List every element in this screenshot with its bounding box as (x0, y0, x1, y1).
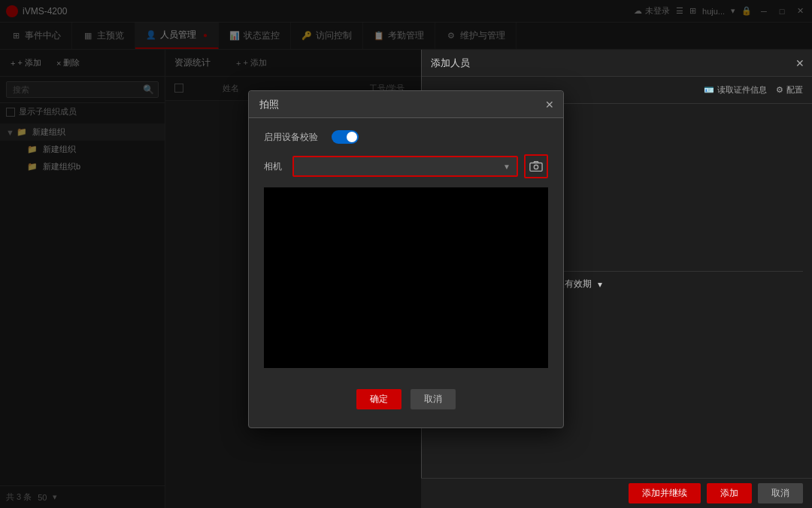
camera-icon (529, 160, 543, 173)
capture-button[interactable] (524, 154, 548, 178)
photo-dialog-title: 拍照 (259, 98, 279, 111)
extend-dropdown-icon[interactable]: ▾ (598, 279, 602, 290)
config-button[interactable]: ⚙ 配置 (776, 84, 803, 96)
gear-icon: ⚙ (776, 85, 783, 95)
camera-label: 相机 (264, 160, 286, 173)
enable-calibration-label: 启用设备校验 (264, 131, 324, 144)
camera-select-row: 相机 ▼ (264, 154, 548, 178)
add-person-dialog-title: 添加人员 (431, 56, 470, 70)
photo-dialog-close-button[interactable]: ✕ (545, 99, 554, 111)
svg-rect-0 (530, 163, 542, 172)
video-preview-area (264, 187, 548, 368)
camera-select-dropdown[interactable]: ▼ (292, 156, 518, 177)
photo-dialog-footer: 确定 取消 (264, 380, 548, 415)
add-continue-button[interactable]: 添加并继续 (629, 483, 701, 503)
calibration-toggle[interactable] (332, 130, 359, 144)
add-person-dialog-header: 添加人员 ✕ (422, 50, 812, 77)
photo-dialog-header: 拍照 ✕ (249, 91, 563, 118)
camera-dropdown-arrow-icon: ▼ (503, 163, 511, 171)
add-person-dialog-close-button[interactable]: ✕ (795, 57, 804, 69)
photo-cancel-button[interactable]: 取消 (411, 389, 456, 409)
toggle-knob (347, 132, 357, 142)
add-button[interactable]: 添加 (707, 483, 752, 503)
photo-dialog-body: 启用设备校验 相机 ▼ 确定 取消 (249, 118, 563, 427)
enable-calibration-row: 启用设备校验 (264, 130, 548, 144)
photo-confirm-button[interactable]: 确定 (356, 389, 401, 409)
cert-icon: 🪪 (704, 85, 714, 95)
cancel-button[interactable]: 取消 (758, 483, 803, 503)
photo-dialog: 拍照 ✕ 启用设备校验 相机 ▼ (248, 90, 564, 428)
read-cert-button[interactable]: 🪪 读取证件信息 (704, 84, 767, 96)
svg-point-1 (534, 165, 538, 169)
add-person-footer: 添加并继续 添加 取消 (421, 478, 812, 508)
